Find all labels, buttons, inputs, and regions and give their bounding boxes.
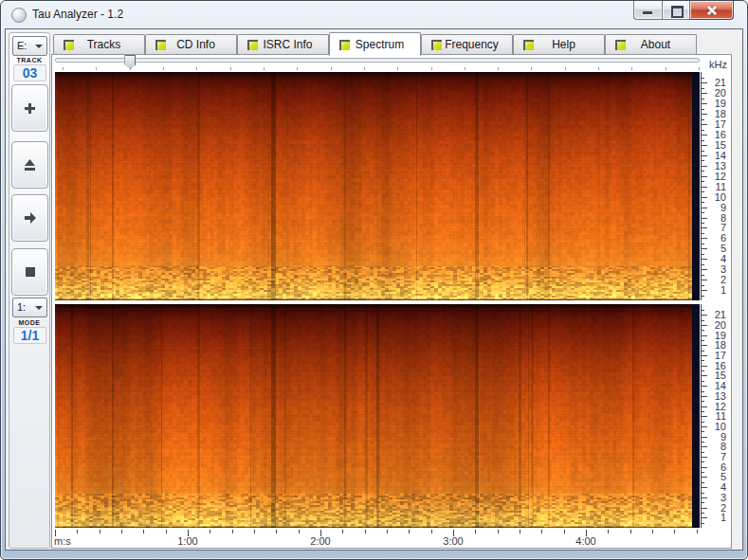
tab-label: Spectrum [356,38,404,51]
tab-tracks[interactable]: Tracks [53,34,145,54]
tab-frequency[interactable]: Frequency [421,34,513,54]
tab-label: Frequency [445,38,499,51]
freq-tick [702,523,704,524]
freq-tick [702,391,704,392]
time-tick [342,530,343,533]
plus-icon [23,101,37,116]
freq-tick [702,130,704,131]
freq-tick [702,233,704,234]
time-tick [564,530,565,533]
maximize-button[interactable] [662,1,690,20]
time-unit-label: m:s [54,535,71,547]
plus-button[interactable] [11,84,48,132]
time-tick [254,530,255,533]
freq-tick [702,493,704,494]
index-select-value: 1: [17,301,26,313]
right-arrow-icon [23,211,38,225]
mode-label: MODE [9,319,49,326]
time-tick [498,530,499,533]
time-tick [77,530,78,533]
tab-isrc-info[interactable]: ISRC Info [237,34,329,54]
freq-tick [702,381,704,382]
drive-select[interactable]: E: [12,36,47,56]
minimize-button[interactable] [633,1,662,20]
close-button[interactable] [690,1,734,20]
tab-label: ISRC Info [263,38,312,51]
time-tick [232,530,233,533]
freq-tick [702,223,704,224]
freq-tick [702,254,704,255]
eject-button[interactable] [11,141,48,189]
chevron-down-icon [35,306,43,310]
app-icon [11,8,27,23]
slider-tick [163,67,164,70]
time-tick [652,530,653,533]
track-label: TRACK [9,57,49,63]
flag-icon [523,40,534,50]
tab-label: CD Info [176,38,215,51]
slider-tick [230,67,231,70]
freq-axis-top: 212019181716151413121110987654321 [701,72,730,300]
time-tick-label: 2:00 [301,535,339,547]
freq-tick [702,140,704,141]
freq-tick [702,212,704,213]
tab-cd-info[interactable]: CD Info [145,34,237,54]
time-tick [299,530,300,533]
freq-tick [702,191,704,192]
time-tick [475,530,476,533]
app-window: Tau Analyzer - 1.2 E: TRACK 03 [0,0,748,560]
title-bar[interactable]: Tau Analyzer - 1.2 [1,1,747,28]
freq-tick [702,151,704,152]
flag-icon [431,40,442,50]
tab-about[interactable]: About [605,34,697,54]
freq-axis-bottom: 212019181716151413121110987654321 [701,304,730,528]
slider-tick [465,67,465,70]
tab-spectrum[interactable]: Spectrum [329,32,421,56]
slider-tick [531,67,532,70]
spectrogram-top [55,72,700,300]
freq-tick [702,360,704,361]
freq-tick [702,351,704,352]
freq-tick [702,78,704,79]
time-tick [674,530,675,533]
position-slider-track[interactable] [55,58,700,63]
freq-tick [702,181,704,182]
freq-tick [702,296,704,297]
slider-tick [364,67,365,70]
toolbar-sidebar: E: TRACK 03 1: MODE 1/1 [9,32,50,549]
freq-tick [702,285,704,286]
tab-label: Tracks [87,38,121,51]
time-tick [630,530,631,533]
slider-tick [498,67,499,70]
freq-tick [702,160,704,161]
time-tick [431,530,432,533]
maximize-icon [671,6,684,18]
index-select[interactable]: 1: [12,298,47,317]
freq-tick [702,244,704,244]
time-tick-label: 1:00 [169,535,207,547]
freq-tick [702,340,704,341]
slider-tick [699,67,700,70]
freq-tick [702,513,704,514]
time-tick-label: 3:00 [434,535,472,547]
time-tick [409,530,410,533]
play-button[interactable] [11,194,48,242]
tab-help[interactable]: Help [513,34,605,54]
time-tick [100,530,100,533]
close-icon [706,5,717,15]
time-axis: m:s 1:002:003:004:00 [52,530,729,547]
time-tick [365,530,366,533]
slider-tick [565,67,566,70]
freq-tick [702,370,704,371]
flag-icon [247,40,258,50]
slider-tick [130,67,131,70]
stop-button[interactable] [11,248,48,296]
freq-tick-label: 1 [707,513,726,523]
drive-select-value: E: [17,40,27,51]
tab-strip: TracksCD InfoISRC InfoSpectrumFrequencyH… [53,32,697,55]
freq-tick [702,264,704,265]
slider-tick [264,67,265,70]
track-number: 03 [13,64,46,81]
slider-tick [631,67,632,70]
time-tick [520,530,520,533]
